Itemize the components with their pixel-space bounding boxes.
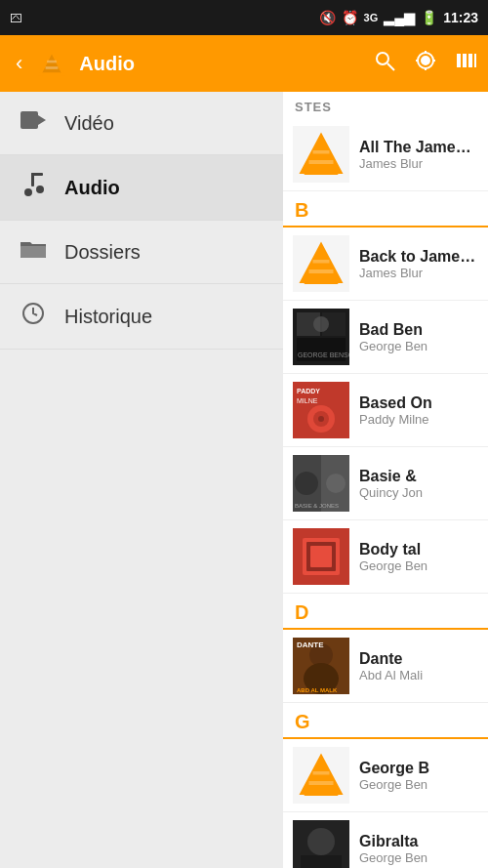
svg-marker-18 — [38, 115, 46, 125]
item-subtitle: George Ben — [359, 850, 478, 865]
toolbar-title: Audio — [75, 53, 365, 75]
sidebar-history-label: Historique — [64, 306, 152, 328]
list-item[interactable]: Body tal George Ben — [283, 520, 488, 594]
mute-icon: 🔇 — [319, 10, 336, 25]
album-thumb-george-cone — [293, 747, 349, 804]
video-icon — [20, 109, 47, 137]
sidebar-audio-label: Audio — [64, 177, 120, 199]
list-item[interactable]: GEORGE BENSON Bad Ben George Ben — [283, 301, 488, 374]
svg-rect-61 — [305, 790, 339, 796]
item-title: Gibralta — [359, 833, 478, 850]
time-display: 11:23 — [443, 10, 478, 25]
list-item-text: Gibralta George Ben — [359, 833, 478, 865]
list-item-text: Based On Paddy Milne — [359, 394, 478, 427]
sidebar-folders-label: Dossiers — [64, 241, 141, 264]
item-title: Based On — [359, 394, 478, 412]
album-thumb-cone — [293, 126, 349, 183]
item-subtitle: George Ben — [359, 558, 478, 573]
svg-text:BASIE & JONES: BASIE & JONES — [295, 503, 339, 509]
list-item-text: All The James Blur James Blur — [359, 139, 478, 171]
usb-icon: ⮹ — [10, 11, 22, 25]
item-title: Body tal — [359, 541, 478, 558]
item-subtitle: George Ben — [359, 339, 478, 353]
svg-rect-2 — [43, 73, 61, 77]
svg-rect-53 — [310, 546, 332, 567]
sidebar-item-history[interactable]: Historique — [0, 284, 283, 350]
list-item[interactable]: All The James Blur James Blur — [283, 118, 488, 191]
sidebar-item-folders[interactable]: Dossiers — [0, 221, 283, 284]
svg-point-8 — [422, 57, 429, 64]
app-toolbar: ‹ Audio — [0, 35, 488, 92]
svg-text:ABD AL MALK: ABD AL MALK — [297, 687, 338, 693]
right-panel: STES All The James Blur James Blur B — [283, 92, 488, 868]
svg-rect-63 — [313, 771, 330, 775]
list-item-text: Bad Ben George Ben — [359, 321, 478, 353]
alarm-icon: ⏰ — [342, 10, 358, 25]
item-title: All The James Blur — [359, 139, 478, 156]
album-thumb-basie: BASIE & JONES — [293, 455, 349, 512]
vlc-logo — [36, 48, 67, 79]
list-item-text: Body tal George Ben — [359, 541, 478, 573]
list-item-text: George B George Ben — [359, 760, 478, 792]
svg-rect-30 — [305, 278, 339, 284]
item-title: George B — [359, 760, 478, 777]
item-subtitle: James Blur — [359, 266, 478, 280]
audio-icon — [20, 173, 47, 202]
cast-button[interactable] — [414, 49, 437, 78]
album-thumb-based: PADDY MILNE — [293, 382, 349, 438]
item-title: Basie & — [359, 468, 478, 485]
sidebar: Vidéo Audio Dossiers — [0, 92, 283, 868]
list-item-text: Dante Abd Al Mali — [359, 650, 478, 682]
svg-text:GEORGE    BENSON: GEORGE BENSON — [298, 351, 349, 358]
menu-button[interactable] — [455, 49, 478, 78]
list-item[interactable]: BASIE & JONES Basie & Quincy Jon — [283, 447, 488, 520]
item-title: Dante — [359, 650, 478, 668]
svg-point-44 — [318, 416, 324, 422]
list-item-text: Back to James Blur James Blur — [359, 248, 478, 280]
battery-icon: 🔋 — [421, 10, 437, 25]
svg-rect-4 — [48, 61, 58, 63]
svg-rect-3 — [46, 66, 59, 69]
item-subtitle: James Blur — [359, 156, 478, 171]
album-thumb-body — [293, 528, 349, 585]
list-item[interactable]: GEORGE BEN Gibralta George Ben — [283, 812, 488, 868]
svg-rect-28 — [313, 150, 330, 154]
svg-rect-32 — [313, 260, 330, 264]
svg-point-5 — [377, 53, 388, 64]
svg-rect-23 — [20, 246, 46, 258]
list-item[interactable]: PADDY MILNE Based On Paddy Milne — [283, 374, 488, 447]
list-item[interactable]: Back to James Blur James Blur — [283, 227, 488, 301]
svg-point-19 — [24, 188, 32, 196]
svg-rect-27 — [309, 160, 334, 164]
svg-point-65 — [307, 828, 335, 855]
back-button[interactable]: ‹ — [10, 45, 28, 82]
svg-rect-66 — [301, 855, 342, 868]
svg-rect-31 — [309, 269, 334, 273]
folders-icon — [20, 238, 47, 266]
history-icon — [20, 302, 47, 331]
list-item[interactable]: ABD AL MALK DANTE Dante Abd Al Mali — [283, 630, 488, 703]
svg-text:MILNE: MILNE — [297, 397, 318, 404]
svg-point-38 — [313, 316, 329, 332]
list-section-header: STES — [283, 92, 488, 118]
section-label-b: B — [283, 191, 488, 227]
svg-rect-15 — [468, 54, 472, 67]
svg-rect-16 — [474, 54, 476, 67]
sidebar-item-audio[interactable]: Audio — [0, 155, 283, 221]
list-item[interactable]: George B George Ben — [283, 739, 488, 812]
sidebar-item-video[interactable]: Vidéo — [0, 92, 283, 155]
svg-point-20 — [36, 186, 44, 193]
section-label-g: G — [283, 703, 488, 739]
svg-rect-26 — [305, 169, 339, 175]
section-label-d: D — [283, 594, 488, 630]
item-subtitle: George Ben — [359, 777, 478, 792]
item-title: Back to James Blur — [359, 248, 478, 266]
item-title: Bad Ben — [359, 321, 478, 339]
svg-point-47 — [295, 472, 318, 495]
svg-text:PADDY: PADDY — [297, 388, 320, 394]
album-thumb-gibraltar: GEORGE BEN — [293, 820, 349, 868]
search-button[interactable] — [373, 49, 396, 78]
album-thumb-bad-ben: GEORGE BENSON — [293, 309, 349, 365]
svg-rect-17 — [20, 111, 38, 129]
album-thumb-cone2 — [293, 235, 349, 292]
